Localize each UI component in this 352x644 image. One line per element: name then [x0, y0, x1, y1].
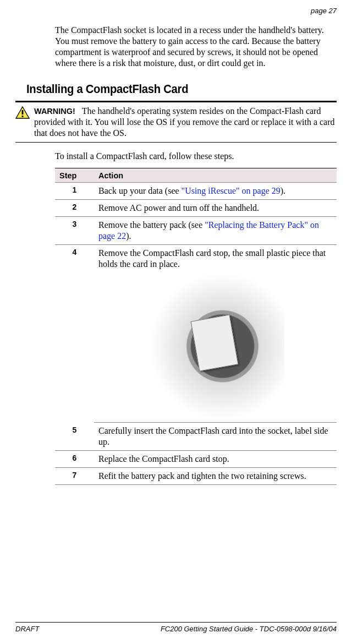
- step-action: Remove the battery pack (see "Replacing …: [94, 217, 337, 245]
- warning-icon: [15, 106, 30, 122]
- step-action: Remove the CompactFlash card stop, the s…: [94, 245, 337, 273]
- step-action: Back up your data (see "Using iRescue" o…: [94, 183, 337, 200]
- svg-rect-1: [22, 110, 24, 114]
- action-text-tail: ).: [280, 186, 285, 195]
- table-row: 6 Replace the CompactFlash card stop.: [55, 451, 337, 468]
- step-number: 2: [55, 200, 94, 217]
- table-row: 2 Remove AC power and turn off the handh…: [55, 200, 337, 217]
- svg-rect-2: [22, 116, 24, 117]
- footer-right: FC200 Getting Started Guide - TDC-0598-0…: [161, 625, 337, 633]
- footer: DRAFT FC200 Getting Started Guide - TDC-…: [0, 622, 352, 633]
- lead-in: To install a CompactFlash card, follow t…: [55, 151, 337, 161]
- table-row: 1 Back up your data (see "Using iRescue"…: [55, 183, 337, 200]
- link-irescue[interactable]: "Using iRescue" on page 29: [182, 186, 280, 195]
- step-figure-cell: [94, 272, 337, 423]
- table-row-image: [55, 272, 337, 423]
- step-number-empty: [55, 272, 94, 423]
- step-action: Remove AC power and turn off the handhel…: [94, 200, 337, 217]
- col-action: Action: [94, 168, 337, 183]
- table-row: 5 Carefully insert the CompactFlash card…: [55, 423, 337, 451]
- footer-left: DRAFT: [15, 625, 39, 633]
- step-action: Carefully insert the CompactFlash card i…: [94, 423, 337, 451]
- step-number: 5: [55, 423, 94, 451]
- table-header-row: Step Action: [55, 168, 337, 183]
- step-number: 1: [55, 183, 94, 200]
- step-action: Refit the battery pack and tighten the t…: [94, 468, 337, 485]
- section-heading: Installing a CompactFlash Card: [26, 82, 312, 96]
- page-number: page 27: [15, 7, 337, 15]
- rule-thick: [15, 101, 337, 102]
- table-row: 4 Remove the CompactFlash card stop, the…: [55, 245, 337, 273]
- warning-block: WARNING! The handheld's operating system…: [15, 106, 337, 139]
- col-step: Step: [55, 168, 94, 183]
- step-number: 7: [55, 468, 94, 485]
- footer-row: DRAFT FC200 Getting Started Guide - TDC-…: [15, 625, 337, 633]
- step-number: 3: [55, 217, 94, 245]
- footer-rule: [15, 622, 337, 623]
- page: page 27 The CompactFlash socket is locat…: [0, 0, 352, 644]
- step-action: Replace the CompactFlash card stop.: [94, 451, 337, 468]
- action-text: Remove the battery pack (see: [98, 220, 205, 230]
- warning-label: WARNING!: [34, 107, 75, 116]
- rule-thin: [15, 142, 337, 143]
- step-number: 6: [55, 451, 94, 468]
- steps-table: Step Action 1 Back up your data (see "Us…: [55, 168, 337, 485]
- warning-text-wrap: WARNING! The handheld's operating system…: [34, 106, 337, 139]
- table-row: 3 Remove the battery pack (see "Replacin…: [55, 217, 337, 245]
- action-text-tail: ).: [126, 231, 131, 241]
- compactflash-photo: [147, 275, 284, 418]
- step-number: 4: [55, 245, 94, 273]
- table-row: 7 Refit the battery pack and tighten the…: [55, 468, 337, 485]
- action-text: Back up your data (see: [98, 186, 182, 195]
- intro-paragraph: The CompactFlash socket is located in a …: [55, 25, 337, 69]
